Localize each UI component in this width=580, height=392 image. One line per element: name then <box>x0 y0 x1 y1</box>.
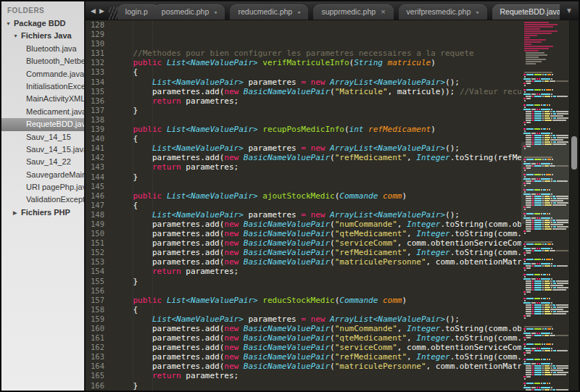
code-line: //Methodes pour bien configurer les para… <box>114 49 521 58</box>
sidebar-item-label: Package BDD <box>14 19 66 28</box>
line-number: 166 <box>86 381 104 391</box>
line-number: 148 <box>86 210 104 220</box>
code-line: parametres.add(new BasicNameValuePair("n… <box>114 324 521 333</box>
tab-posmedic-php[interactable]: posmedic.php● <box>154 4 225 20</box>
code-line: { <box>114 305 521 314</box>
line-number: 128 <box>86 20 104 30</box>
close-tab-icon[interactable]: × <box>381 7 385 16</box>
line-number: 138 <box>86 115 104 125</box>
sidebar-item-label: Bluetooth.java <box>26 44 77 53</box>
line-number: 162 <box>86 343 104 352</box>
code-area: 1281291301311321331341351361371381391401… <box>86 20 579 391</box>
code-line: { <box>114 134 521 143</box>
sidebar-item-uri-pagephp-java[interactable]: URI pagePhp.java <box>1 181 84 193</box>
code-line <box>114 20 521 30</box>
sidebar-item-sauv-14-15-java[interactable]: Sauv_14_15.java <box>1 143 84 156</box>
code-line <box>114 115 521 125</box>
code-line: return parametres; <box>114 96 521 106</box>
sidebar-item-label: InitialisationExcep <box>26 82 84 91</box>
line-number: 132 <box>86 58 104 67</box>
scrollbar-thumb[interactable] <box>571 136 577 170</box>
code-line: parametres.add(new BasicNameValuePair("s… <box>114 343 521 352</box>
line-number: 160 <box>86 324 104 333</box>
vertical-scrollbar[interactable] <box>569 20 579 391</box>
line-number: 158 <box>86 305 104 314</box>
line-number: 155 <box>86 277 104 286</box>
line-number: 164 <box>86 362 104 371</box>
modified-dot-icon: ● <box>214 9 217 14</box>
line-number: 163 <box>86 352 104 362</box>
sidebar-item-commande-java[interactable]: Commande.java <box>1 68 84 80</box>
line-number: 134 <box>86 78 104 87</box>
code-line: List<NameValuePair> parametres = new Arr… <box>114 143 521 153</box>
tab-supprmedic-php[interactable]: supprmedic.php× <box>313 4 393 20</box>
tab-label: posmedic.php <box>162 7 209 16</box>
tab-requetebdd-java[interactable]: RequeteBDD.java● <box>492 4 560 20</box>
tab-label: reducmedic.php <box>238 7 292 16</box>
sidebar-item-label: RequeteBDD.java <box>26 120 84 128</box>
sidebar-item-bluetooth-java[interactable]: Bluetooth.java <box>1 43 84 55</box>
code-editor-text[interactable]: //Methodes pour bien configurer les para… <box>109 20 521 391</box>
line-number: 153 <box>86 257 104 267</box>
code-line: return parametres; <box>114 371 521 380</box>
sidebar-item-sauv-14-15[interactable]: Sauv_14_15 <box>1 131 84 143</box>
folders-header: FOLDERS <box>1 1 84 17</box>
disclosure-closed-icon: ▶ <box>13 207 21 219</box>
sidebar-item-bluetooth-netbea[interactable]: Bluetooth_Netbea <box>1 55 84 67</box>
sidebar-item-initialisationexcep[interactable]: InitialisationExcep <box>1 80 84 93</box>
code-line: } <box>114 106 521 115</box>
code-line: } <box>114 172 521 182</box>
sidebar-item-sauvegardemaina[interactable]: SauvegardeMainA <box>1 169 84 181</box>
code-line: parametres.add(new BasicNameValuePair("r… <box>114 248 521 257</box>
line-number: 159 <box>86 314 104 324</box>
code-line: parametres.add(new BasicNameValuePair("q… <box>114 229 521 238</box>
line-number: 147 <box>86 201 104 210</box>
sidebar-item-label: Sauv_14_15 <box>26 133 71 141</box>
sidebar: FOLDERS ▼Package BDD▼Fichiers JavaBlueto… <box>1 1 86 391</box>
code-line: parametres.add(new BasicNameValuePair("m… <box>114 362 521 371</box>
code-line: return parametres; <box>114 162 521 172</box>
sidebar-item-medicament-java[interactable]: Medicament.java <box>1 106 84 118</box>
line-number: 135 <box>86 87 104 96</box>
tab-overflow-menu-button[interactable]: ▼ <box>560 7 579 14</box>
minimap[interactable] <box>521 20 569 391</box>
code-line: public List<NameValuePair> verifMatricul… <box>114 58 521 67</box>
sidebar-item-label: Sauv_14_22 <box>26 157 71 166</box>
sidebar-item-fichiers-java[interactable]: ▼Fichiers Java <box>1 30 84 42</box>
tab-verifpresmedic-php[interactable]: verifpresmedic.php● <box>399 4 487 20</box>
sidebar-item-fichiers-php[interactable]: ▶Fichiers PHP <box>1 207 84 219</box>
sidebar-item-requetebdd-java[interactable]: RequeteBDD.java <box>1 118 84 130</box>
tab-scroll-right-button[interactable]: ▶ <box>99 7 104 14</box>
sidebar-item-label: SauvegardeMainA <box>26 170 84 179</box>
tab-label: RequeteBDD.java <box>500 7 560 16</box>
line-number: 151 <box>86 238 104 248</box>
disclosure-open-icon: ▼ <box>13 30 21 42</box>
sidebar-item-validationexceptio[interactable]: ValidationExceptio <box>1 193 84 206</box>
sidebar-item-label: URI pagePhp.java <box>26 183 84 191</box>
line-number: 157 <box>86 296 104 305</box>
sidebar-item-label: Fichiers Java <box>21 31 72 40</box>
code-line: List<NameValuePair> parametres = new Arr… <box>114 314 521 324</box>
app-window: FOLDERS ▼Package BDD▼Fichiers JavaBlueto… <box>0 0 580 392</box>
sidebar-item-label: Sauv_14_15.java <box>26 145 84 154</box>
code-line: parametres.add(new BasicNameValuePair("M… <box>114 87 521 96</box>
sidebar-item-package-bdd[interactable]: ▼Package BDD <box>1 17 84 30</box>
code-line: { <box>114 201 521 210</box>
line-number: 141 <box>86 143 104 153</box>
sidebar-item-sauv-14-22[interactable]: Sauv_14_22 <box>1 156 84 168</box>
tab-reducmedic-php[interactable]: reducmedic.php● <box>230 4 308 20</box>
line-number: 144 <box>86 172 104 182</box>
line-number: 152 <box>86 248 104 257</box>
tab-scroll-left-button[interactable]: ◀ <box>91 7 96 14</box>
code-line: } <box>114 277 521 286</box>
sidebar-item-label: Commande.java <box>26 70 84 78</box>
code-line: public List<NameValuePair> recupPosMedic… <box>114 125 521 134</box>
code-line: } <box>114 381 521 391</box>
code-line: parametres.add(new BasicNameValuePair("q… <box>114 333 521 343</box>
sidebar-item-mainactivityxml-x[interactable]: MainActivityXML.x <box>1 93 84 105</box>
line-number: 129 <box>86 30 104 39</box>
code-line: parametres.add(new BasicNameValuePair("r… <box>114 352 521 362</box>
code-line: List<NameValuePair> parametres = new Arr… <box>114 78 521 87</box>
indent-guide <box>152 20 153 391</box>
tab-nav-arrows: ◀ ▶ <box>86 1 109 20</box>
